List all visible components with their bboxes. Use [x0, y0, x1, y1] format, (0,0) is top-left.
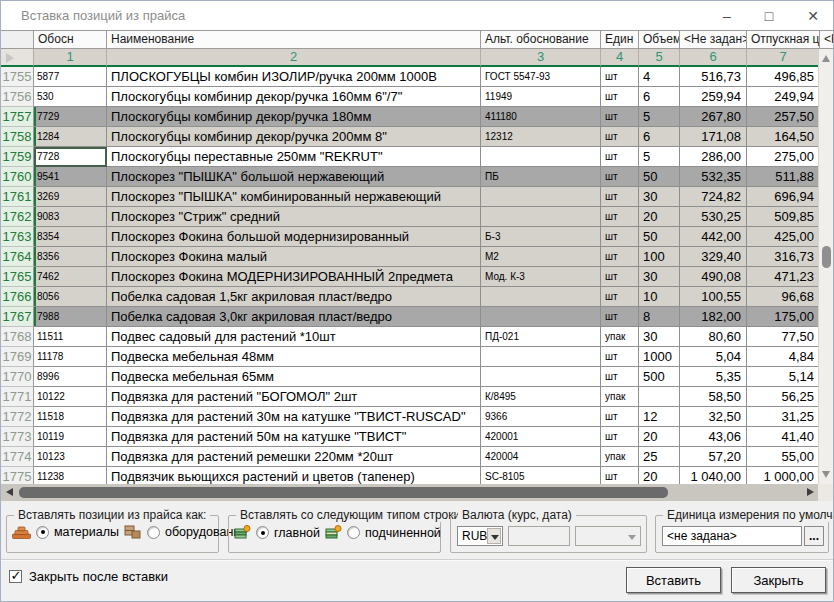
row-number-cell[interactable]: 1767 — [1, 307, 34, 327]
qty-cell[interactable]: 6 — [639, 127, 680, 147]
close-after-checkbox[interactable] — [9, 570, 22, 583]
alt-cell[interactable]: 9366 — [481, 407, 601, 427]
price-notset-cell[interactable]: 57,20 — [680, 447, 747, 467]
price-selling-cell[interactable]: 55,00 — [747, 447, 820, 467]
id-cell[interactable]: 7728 — [34, 147, 107, 167]
unit-cell[interactable]: упак — [601, 327, 639, 347]
row-number-cell[interactable]: 1758 — [1, 127, 34, 147]
equipment-radio[interactable] — [147, 526, 160, 539]
maximize-icon[interactable]: □ — [765, 1, 773, 31]
column-number-4[interactable]: 4 — [601, 49, 639, 67]
price-notset-cell[interactable]: 724,82 — [680, 187, 747, 207]
main-row-radio[interactable] — [256, 526, 269, 539]
qty-cell[interactable]: 6 — [639, 87, 680, 107]
price-selling-cell[interactable]: 41,40 — [747, 427, 820, 447]
row-number-cell[interactable]: 1773 — [1, 427, 34, 447]
column-header-2[interactable]: Наименование — [107, 31, 481, 49]
price-selling-cell[interactable]: 275,00 — [747, 147, 820, 167]
title-bar[interactable]: Вставка позиций из прайса – □ ✕ — [1, 1, 833, 31]
unit-cell[interactable]: шт — [601, 147, 639, 167]
price-selling-cell[interactable]: 77,50 — [747, 327, 820, 347]
id-cell[interactable]: 10123 — [34, 447, 107, 467]
alt-cell[interactable]: Б-3 — [481, 227, 601, 247]
column-number-gutter[interactable] — [1, 49, 34, 67]
name-cell[interactable]: Подвязка для растений ремешки 220мм *20ш… — [107, 447, 481, 467]
id-cell[interactable]: 11178 — [34, 347, 107, 367]
id-cell[interactable]: 7988 — [34, 307, 107, 327]
chevron-down-icon[interactable] — [487, 528, 501, 544]
qty-cell[interactable]: 1000 — [639, 347, 680, 367]
column-header-7[interactable]: Отпускная ц — [747, 31, 820, 49]
name-cell[interactable]: Подвязка для растений 30м на катушке "ТВ… — [107, 407, 481, 427]
alt-cell[interactable] — [481, 287, 601, 307]
row-number-cell[interactable]: 1774 — [1, 447, 34, 467]
price-selling-cell[interactable]: 96,68 — [747, 287, 820, 307]
id-cell[interactable]: 7462 — [34, 267, 107, 287]
column-number-7[interactable]: 7 — [747, 49, 820, 67]
id-cell[interactable]: 9083 — [34, 207, 107, 227]
unit-cell[interactable]: шт — [601, 167, 639, 187]
row-number-cell[interactable]: 1768 — [1, 327, 34, 347]
id-cell[interactable]: 8354 — [34, 227, 107, 247]
column-header-1[interactable]: Обосн — [34, 31, 107, 49]
alt-cell[interactable]: ПД-021 — [481, 327, 601, 347]
qty-cell[interactable]: 4 — [639, 67, 680, 87]
qty-cell[interactable]: 20 — [639, 467, 680, 484]
column-number-3[interactable]: 3 — [481, 49, 601, 67]
id-cell[interactable]: 1284 — [34, 127, 107, 147]
qty-cell[interactable]: 50 — [639, 227, 680, 247]
alt-cell[interactable]: К/8495 — [481, 387, 601, 407]
scroll-left-icon[interactable] — [6, 488, 13, 496]
alt-cell[interactable]: ГОСТ 5547-93 — [481, 67, 601, 87]
qty-cell[interactable]: 12 — [639, 407, 680, 427]
name-cell[interactable]: Плоскогубцы комбинир декор/ручка 180мм — [107, 107, 481, 127]
name-cell[interactable]: Плоскорез Фокина МОДЕРНИЗИРОВАННЫЙ 2пред… — [107, 267, 481, 287]
price-selling-cell[interactable]: 249,94 — [747, 87, 820, 107]
price-selling-cell[interactable]: 509,85 — [747, 207, 820, 227]
alt-cell[interactable]: SC-8105 — [481, 467, 601, 484]
price-notset-cell[interactable]: 100,55 — [680, 287, 747, 307]
column-number-2[interactable]: 2 — [107, 49, 481, 67]
alt-cell[interactable] — [481, 187, 601, 207]
name-cell[interactable]: Плоскогубцы переставные 250мм "REKRUT" — [107, 147, 481, 167]
row-number-cell[interactable]: 1769 — [1, 347, 34, 367]
unit-cell[interactable]: шт — [601, 367, 639, 387]
price-notset-cell[interactable]: 286,00 — [680, 147, 747, 167]
unit-cell[interactable]: шт — [601, 287, 639, 307]
id-cell[interactable]: 9541 — [34, 167, 107, 187]
name-cell[interactable]: Плоскорез Фокина малый — [107, 247, 481, 267]
price-selling-cell[interactable]: 696,94 — [747, 187, 820, 207]
unit-cell[interactable]: шт — [601, 307, 639, 327]
row-number-cell[interactable]: 1757 — [1, 107, 34, 127]
alt-cell[interactable]: 411180 — [481, 107, 601, 127]
name-cell[interactable]: Плоскорез "ПЫШКА" комбинированный нержав… — [107, 187, 481, 207]
price-selling-cell[interactable]: 4,84 — [747, 347, 820, 367]
price-notset-cell[interactable]: 516,73 — [680, 67, 747, 87]
price-notset-cell[interactable]: 32,50 — [680, 407, 747, 427]
price-notset-cell[interactable]: 58,50 — [680, 387, 747, 407]
unit-cell[interactable]: шт — [601, 247, 639, 267]
scroll-up-icon[interactable] — [822, 55, 830, 62]
alt-cell[interactable] — [481, 367, 601, 387]
row-number-cell[interactable]: 1772 — [1, 407, 34, 427]
qty-cell[interactable]: 500 — [639, 367, 680, 387]
row-number-cell[interactable]: 1770 — [1, 367, 34, 387]
default-unit-field[interactable]: <не задана> — [662, 526, 802, 546]
alt-cell[interactable]: 11949 — [481, 87, 601, 107]
row-number-cell[interactable]: 1759 — [1, 147, 34, 167]
price-notset-cell[interactable]: 5,04 — [680, 347, 747, 367]
row-number-cell[interactable]: 1761 — [1, 187, 34, 207]
price-selling-cell[interactable]: 425,00 — [747, 227, 820, 247]
alt-cell[interactable]: М2 — [481, 247, 601, 267]
qty-cell[interactable]: 5 — [639, 107, 680, 127]
qty-cell[interactable]: 10 — [639, 287, 680, 307]
name-cell[interactable]: ПЛОСКОГУБЦЫ комбин ИЗОЛИР/ручка 200мм 10… — [107, 67, 481, 87]
id-cell[interactable]: 5877 — [34, 67, 107, 87]
id-cell[interactable]: 10122 — [34, 387, 107, 407]
alt-cell[interactable] — [481, 207, 601, 227]
price-notset-cell[interactable]: 43,06 — [680, 427, 747, 447]
id-cell[interactable]: 8996 — [34, 367, 107, 387]
sub-row-radio[interactable] — [347, 526, 360, 539]
row-number-cell[interactable]: 1765 — [1, 267, 34, 287]
id-cell[interactable]: 11511 — [34, 327, 107, 347]
